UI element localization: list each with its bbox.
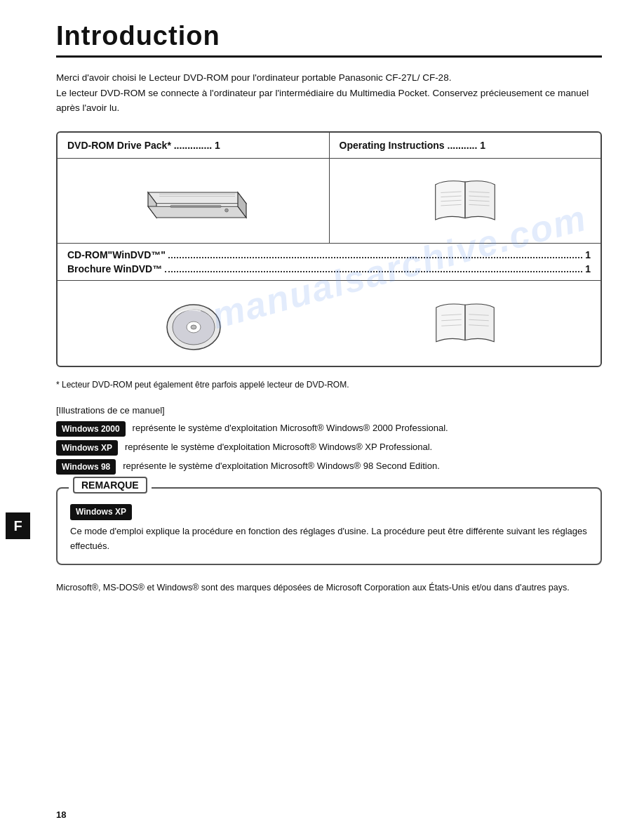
remarque-winxp-badge: Windows XP [70, 504, 132, 520]
cd-icon [162, 293, 225, 353]
win98-desc: représente le système d'exploitation Mic… [123, 459, 440, 473]
intro-text: Merci d'avoir choisi le Lecteur DVD-ROM … [56, 70, 602, 116]
svg-point-7 [225, 208, 229, 212]
cdrom-dots [168, 257, 582, 258]
sidebar-f-label: F [6, 512, 30, 539]
cdrom-num: 1 [585, 249, 591, 260]
book-icon-2 [430, 297, 500, 350]
winxp-desc: représente le système d'exploitation Mic… [125, 440, 432, 454]
book-icon-1 [430, 173, 500, 229]
dvd-drive-image-cell [58, 159, 330, 243]
contents-image-row-2 [58, 280, 601, 366]
illustrations-section: [Illustrations de ce manuel] Windows 200… [56, 405, 602, 475]
svg-marker-2 [148, 206, 246, 218]
cd-image-cell [58, 281, 329, 366]
contents-box: DVD-ROM Drive Pack* .............. 1 Ope… [56, 131, 602, 367]
cdrom-item: CD-ROM"WinDVD™" 1 [67, 249, 591, 260]
contents-header-right: Operating Instructions ........... 1 [330, 133, 601, 158]
remarque-text: Ce mode d'emploi explique la procédure e… [70, 526, 587, 551]
remarque-title-text: REMARQUE [73, 477, 147, 494]
cdrom-label: CD-ROM"WinDVD™" [67, 249, 166, 260]
win2000-badge: Windows 2000 [56, 421, 126, 437]
contents-header-row: DVD-ROM Drive Pack* .............. 1 Ope… [58, 133, 601, 159]
book-image-cell-2 [329, 281, 601, 366]
win2000-desc: représente le système d'exploitation Mic… [133, 421, 448, 435]
dvd-drive-icon [137, 173, 249, 229]
svg-rect-6 [170, 205, 221, 207]
title-divider [56, 55, 602, 58]
footnote: * Lecteur DVD-ROM peut également être pa… [56, 380, 602, 390]
illustration-row-winxp: Windows XP représente le système d'explo… [56, 440, 602, 456]
cdrom-lines: CD-ROM"WinDVD™" 1 Brochure WinDVD™ 1 [58, 244, 601, 280]
svg-point-20 [191, 325, 196, 329]
illustrations-header: [Illustrations de ce manuel] [56, 405, 602, 416]
footer-text: Microsoft®, MS-DOS® et Windows® sont des… [56, 581, 602, 595]
remarque-title: REMARQUE [69, 479, 152, 491]
book-image-cell-1 [330, 159, 601, 243]
brochure-item: Brochure WinDVD™ 1 [67, 263, 591, 274]
page: manualsarchive.com Introduction Merci d'… [0, 0, 644, 834]
brochure-dots [165, 271, 582, 272]
contents-header-left: DVD-ROM Drive Pack* .............. 1 [58, 133, 330, 158]
contents-image-row-1 [58, 159, 601, 244]
remarque-content: Windows XP Ce mode d'emploi explique la … [70, 504, 588, 554]
illustration-row-win2000: Windows 2000 représente le système d'exp… [56, 421, 602, 437]
illustration-row-win98: Windows 98 représente le système d'explo… [56, 459, 602, 475]
page-number: 18 [56, 809, 66, 820]
intro-paragraph2: Le lecteur DVD-ROM se connecte à l'ordin… [56, 88, 589, 114]
page-title: Introduction [56, 21, 602, 51]
sidebar-f: F [0, 491, 34, 539]
win98-badge: Windows 98 [56, 459, 116, 475]
brochure-num: 1 [585, 263, 591, 274]
winxp-badge: Windows XP [56, 440, 118, 456]
brochure-label: Brochure WinDVD™ [67, 263, 162, 274]
remarque-box: REMARQUE Windows XP Ce mode d'emploi exp… [56, 487, 602, 565]
intro-paragraph1: Merci d'avoir choisi le Lecteur DVD-ROM … [56, 72, 451, 83]
